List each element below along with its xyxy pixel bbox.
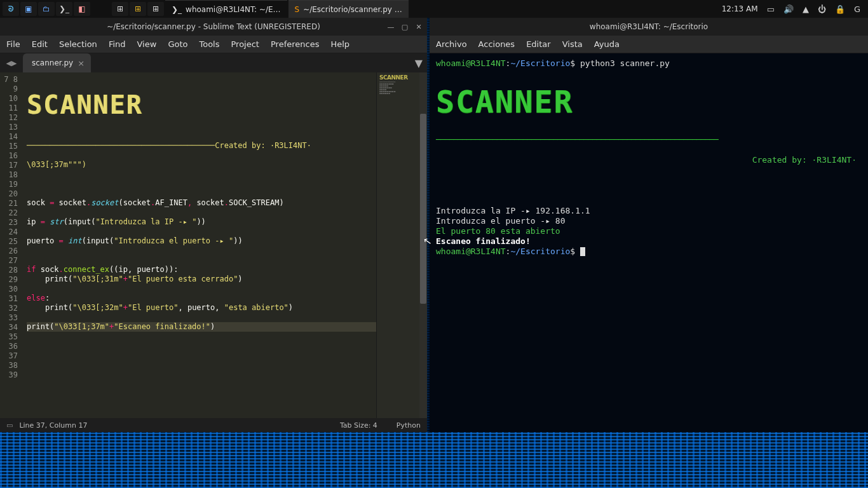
menu-archivo[interactable]: Archivo — [436, 39, 467, 49]
menu-acciones[interactable]: Acciones — [478, 39, 515, 49]
tab-nav[interactable]: ◀▶ — [0, 53, 23, 72]
menu-vista[interactable]: Vista — [562, 39, 583, 49]
code-line-20: \033[;37m""") — [27, 160, 86, 169]
menu-project[interactable]: Project — [231, 39, 259, 49]
taskbar-sublime[interactable]: S ~/Escritorio/scanner.py … — [288, 0, 409, 18]
files-icon[interactable]: ▣ — [20, 2, 37, 16]
tab-close-icon[interactable]: × — [78, 58, 85, 68]
display-icon[interactable]: ▭ — [767, 4, 775, 14]
code-line-35: print("\033[;32m"+"El puerto", puerto, "… — [27, 303, 293, 312]
code-line-26: ip = str(input("Introduzca la IP -▸ ")) — [27, 217, 206, 226]
workspace-2-icon[interactable]: ⊞ — [130, 2, 146, 16]
workspace-3-icon[interactable]: ⊞ — [147, 2, 164, 16]
system-panel: ᘐ ▣ 🗀 ❯_ ◧ ⊞ ⊞ ⊞ ❯_ whoami@R3LI4NT: ~/E…… — [0, 0, 868, 18]
menu-preferences[interactable]: Preferences — [271, 39, 319, 49]
menu-ayuda[interactable]: Ayuda — [594, 39, 620, 49]
term-out-open: El puerto 80 esta abierto — [436, 226, 560, 236]
term-out-done: Escaneo finalizado! — [436, 236, 531, 246]
statusbar: ▭ Line 37, Column 17 Tab Size: 4 Python — [0, 418, 427, 432]
terminal-title: whoami@R3LI4NT: ~/Escritorio — [590, 22, 708, 31]
prompt-user-2: whoami@R3LI4NT — [436, 247, 506, 256]
menu-file[interactable]: File — [6, 39, 20, 49]
ascii-credit: ────────────────────────────────────────… — [27, 141, 311, 150]
folder-icon[interactable]: 🗀 — [38, 2, 55, 16]
prompt-path: ~/Escritorio — [510, 58, 570, 68]
status-tabsize[interactable]: Tab Size: 4 — [340, 421, 377, 430]
taskbar-terminal[interactable]: ❯_ whoami@R3LI4NT: ~/E… — [165, 0, 287, 18]
ascii-banner-green: SCANNER — [436, 89, 862, 114]
sublime-task-icon: S — [295, 5, 300, 14]
scrollbar-thumb[interactable] — [420, 114, 426, 304]
sublime-title: ~/Escritorio/scanner.py - Sublime Text (… — [107, 22, 320, 31]
code-line-24: sock = socket.socket(socket.AF_INET, soc… — [27, 198, 284, 207]
code-area[interactable]: SCANNER ────────────────────────────────… — [22, 72, 376, 418]
menu-editar[interactable]: Editar — [526, 39, 551, 49]
menu-find[interactable]: Find — [109, 39, 126, 49]
term-out-ip: Introduzca la IP -▸ 192.168.1.1 — [436, 206, 590, 215]
tab-label: scanner.py — [32, 58, 73, 67]
sublime-menubar: File Edit Selection Find View Goto Tools… — [0, 36, 427, 53]
line-gutter: 7 8 9 10 11 12 13 14 15 16 17 18 19 20 2… — [0, 72, 22, 418]
maximize-button[interactable]: ▢ — [400, 23, 409, 31]
prompt-user: whoami@R3LI4NT — [436, 58, 506, 68]
code-line-28: puerto = int(input("Introduzca el puerto… — [27, 236, 243, 245]
terminal-window: whoami@R3LI4NT: ~/Escritorio Archivo Acc… — [430, 18, 868, 432]
taskbar-sublime-label: ~/Escritorio/scanner.py … — [303, 5, 402, 14]
clock[interactable]: 12:13 AM — [722, 4, 758, 13]
terminal-icon[interactable]: ❯_ — [56, 2, 72, 16]
status-cursor: Line 37, Column 17 — [19, 421, 87, 430]
kali-logo-icon[interactable]: ᘐ — [3, 2, 19, 16]
term-divider: ────────────────────────────────────────… — [436, 135, 718, 144]
menu-selection[interactable]: Selection — [59, 39, 97, 49]
minimize-button[interactable]: — — [386, 23, 395, 31]
terminal-task-icon: ❯_ — [172, 5, 182, 14]
menu-goto[interactable]: Goto — [168, 39, 187, 49]
term-out-port: Introduzca el puerto -▸ 80 — [436, 216, 566, 226]
volume-icon[interactable]: 🔊 — [783, 4, 794, 14]
code-line-31: if sock.connect_ex((ip, puerto)): — [27, 265, 178, 274]
menu-help[interactable]: Help — [330, 39, 349, 49]
app-icon[interactable]: ◧ — [74, 2, 90, 16]
prompt-path-2: ~/Escritorio — [510, 247, 570, 256]
code-line-37: print("\033[1;37m"+"Escaneo finalizado!"… — [27, 322, 376, 332]
command: python3 scanner.py — [580, 58, 670, 68]
editor[interactable]: 7 8 9 10 11 12 13 14 15 16 17 18 19 20 2… — [0, 72, 427, 418]
power-icon[interactable]: ⏻ — [818, 4, 826, 14]
terminal-menubar: Archivo Acciones Editar Vista Ayuda — [430, 36, 868, 53]
terminal-titlebar[interactable]: whoami@R3LI4NT: ~/Escritorio — [430, 18, 868, 36]
term-credit: Created by: ·R3LI4NT· — [752, 155, 857, 165]
terminal-body[interactable]: whoami@R3LI4NT:~/Escritorio$ python3 sca… — [430, 53, 868, 432]
sublime-titlebar[interactable]: ~/Escritorio/scanner.py - Sublime Text (… — [0, 18, 427, 36]
lock-icon[interactable]: 🔒 — [835, 4, 845, 14]
network-icon[interactable]: G — [854, 4, 860, 14]
code-line-34: else: — [27, 294, 50, 302]
tab-dropdown-icon[interactable]: ▼ — [410, 53, 427, 72]
close-button[interactable]: ✕ — [414, 23, 423, 31]
notification-icon[interactable]: ▲ — [803, 4, 809, 14]
taskbar-terminal-label: whoami@R3LI4NT: ~/E… — [186, 5, 281, 14]
tab-scanner[interactable]: scanner.py × — [23, 53, 91, 72]
menu-tools[interactable]: Tools — [199, 39, 219, 49]
menu-view[interactable]: View — [137, 39, 157, 49]
status-syntax[interactable]: Python — [397, 421, 421, 430]
menu-edit[interactable]: Edit — [32, 39, 48, 49]
workspace-1-icon[interactable]: ⊞ — [112, 2, 128, 16]
tab-bar: ◀▶ scanner.py × ▼ — [0, 53, 427, 72]
terminal-cursor — [580, 247, 585, 256]
sublime-window: ~/Escritorio/scanner.py - Sublime Text (… — [0, 18, 427, 432]
status-console-icon[interactable]: ▭ — [6, 421, 13, 430]
code-line-32: print("\033[;31m"+"El puerto esta cerrad… — [27, 274, 243, 283]
